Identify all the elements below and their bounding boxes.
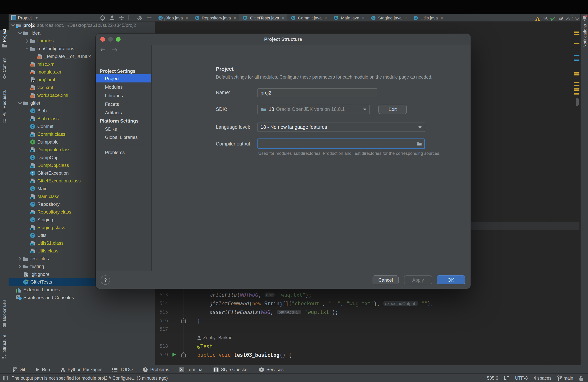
forward-arrow-icon[interactable] <box>112 48 117 52</box>
sidebar-item-commit[interactable]: Commit <box>0 58 9 79</box>
locate-icon[interactable] <box>100 15 105 21</box>
chevron-down-icon[interactable] <box>10 24 16 26</box>
chevron-down-icon[interactable] <box>17 102 22 104</box>
nav-item-facets[interactable]: Facets <box>96 100 151 108</box>
nav-item-global-libraries[interactable]: Global Libraries <box>96 133 151 141</box>
code-line-514[interactable]: gitletCommand(new String[]{"checkout", "… <box>185 299 433 308</box>
cancel-button[interactable]: Cancel <box>373 276 399 284</box>
status-indent-size[interactable]: 4 spaces <box>534 376 551 381</box>
compiler-output-field[interactable] <box>257 138 425 149</box>
status-git-branch[interactable]: main <box>557 375 573 381</box>
chevron-down-icon[interactable] <box>35 17 38 19</box>
close-icon[interactable]: × <box>186 15 188 20</box>
edit-sdk-button[interactable]: Edit <box>378 105 407 114</box>
code-line-513[interactable]: writeFile(NOTWUG, dst: "wug.txt"); <box>185 291 312 299</box>
run-gutter-icon[interactable] <box>172 352 176 357</box>
sidebar-item-bookmarks[interactable]: Bookmarks <box>0 299 9 328</box>
back-arrow-icon[interactable] <box>100 48 106 52</box>
nav-item-modules[interactable]: Modules <box>96 83 151 91</box>
sdk-combobox[interactable]: 18 Oracle OpenJDK version 18.0.1 <box>257 105 370 114</box>
tab-gitlettests-java[interactable]: CGitletTests.java× <box>239 14 287 21</box>
close-icon[interactable]: × <box>233 15 236 20</box>
stripe-mark[interactable] <box>574 72 579 74</box>
project-panel-title[interactable]: Project <box>18 15 32 20</box>
tree-item-proj2[interactable]: proj2sources root, ~/Desktop/cs61bl/su22… <box>9 21 156 29</box>
stripe-mark[interactable] <box>574 74 579 75</box>
nav-item-libraries[interactable]: Libraries <box>96 91 151 100</box>
tab-repository-java[interactable]: CRepository.java× <box>191 14 239 21</box>
stripe-mark[interactable] <box>574 93 579 95</box>
nav-item-sdks[interactable]: SDKs <box>96 125 151 133</box>
tab-main-java[interactable]: CMain.java× <box>330 14 368 21</box>
code-line-516[interactable]: } <box>185 316 200 325</box>
toolbar-item-style-checker[interactable]: Style Checker <box>214 367 249 372</box>
stripe-mark[interactable] <box>574 82 579 83</box>
tab-commit-java[interactable]: CCommit.java× <box>287 14 330 21</box>
close-icon[interactable]: × <box>325 15 327 20</box>
toolbar-item-run[interactable]: Run <box>35 367 50 372</box>
hide-panel-icon[interactable] <box>147 17 152 19</box>
nav-item-problems[interactable]: Problems <box>96 148 151 156</box>
language-level-combobox[interactable]: 18 - No new language features <box>257 123 425 132</box>
compiler-output-input[interactable] <box>260 140 413 148</box>
close-icon[interactable]: × <box>404 15 407 20</box>
code-line[interactable]: Zephyr Barkan <box>185 333 232 342</box>
sidebar-item-structure[interactable]: Structure <box>0 335 9 359</box>
author-annotation[interactable]: Zephyr Barkan <box>197 335 232 340</box>
nav-item-project[interactable]: Project <box>96 74 151 83</box>
stripe-mark[interactable] <box>574 60 579 61</box>
chevron-down-icon[interactable] <box>24 47 30 50</box>
sidebar-item-notifications[interactable]: Notifications <box>581 24 588 47</box>
close-icon[interactable]: × <box>282 15 284 20</box>
sidebar-item-pull-requests[interactable]: Pull Requests <box>0 90 9 124</box>
toolbar-item-git[interactable]: Git <box>12 367 25 372</box>
code-line-519[interactable]: public void test03_basicLog() { <box>185 350 292 359</box>
stripe-mark[interactable] <box>574 32 579 33</box>
browse-folder-icon[interactable] <box>417 141 422 146</box>
stripe-mark[interactable] <box>574 88 579 89</box>
collapse-all-icon[interactable] <box>119 15 124 20</box>
status-caret-position[interactable]: 505:6 <box>487 376 498 381</box>
chevron-right-icon[interactable] <box>17 265 22 268</box>
toolbar-item-terminal[interactable]: Terminal <box>179 367 204 372</box>
sidebar-item-project-folder[interactable] <box>0 43 9 48</box>
ok-button[interactable]: OK <box>437 276 465 284</box>
chevron-right-icon[interactable] <box>24 39 30 42</box>
stripe-mark[interactable] <box>574 89 579 91</box>
close-icon[interactable]: × <box>441 15 443 20</box>
status-lock-status[interactable] <box>579 376 583 381</box>
toolbar-item-services[interactable]: Services <box>259 367 284 372</box>
code-line-515[interactable]: assertFileEquals(WUG, pathActual: "wug.t… <box>185 308 338 316</box>
tree-item-scratches-and-consoles[interactable]: Scratches and Consoles <box>9 294 156 301</box>
toolbar-item-todo[interactable]: TODO <box>113 367 133 372</box>
status-line-separator[interactable]: LF <box>504 376 509 381</box>
project-name-field[interactable] <box>257 88 377 97</box>
prev-problem-chevron-up-icon[interactable] <box>566 18 570 20</box>
nav-item-artifacts[interactable]: Artifacts <box>96 108 151 117</box>
bell-notification-icon[interactable] <box>582 15 587 21</box>
apply-button[interactable]: Apply <box>404 276 432 284</box>
code-line-518[interactable]: @Test <box>185 342 212 350</box>
help-button[interactable]: ? <box>101 276 110 285</box>
tab-utils-java[interactable]: CUtils.java× <box>410 14 446 21</box>
expand-selection-icon[interactable] <box>110 15 115 20</box>
stripe-mark[interactable] <box>574 55 579 56</box>
chevron-down-icon[interactable] <box>17 32 22 34</box>
tab-staging-java[interactable]: CStaging.java× <box>368 14 410 21</box>
editor-scrollbar-thumb[interactable] <box>576 98 579 106</box>
inspections-widget[interactable]: 16 46 <box>535 16 579 21</box>
status-file-encoding[interactable]: UTF-8 <box>515 376 528 381</box>
status-message[interactable]: The output path is not specified for mod… <box>12 376 168 381</box>
toolbar-item-problems[interactable]: Problems <box>143 367 169 372</box>
dialog-titlebar[interactable]: Project Structure <box>96 34 471 45</box>
toolwindow-toggle-icon[interactable] <box>3 376 8 381</box>
sidebar-item-project[interactable]: Project <box>0 29 9 42</box>
next-problem-chevron-down-icon[interactable] <box>575 18 579 20</box>
stripe-mark[interactable] <box>574 43 579 44</box>
chevron-right-icon[interactable] <box>17 257 22 260</box>
settings-gear-icon[interactable] <box>137 15 142 21</box>
close-icon[interactable]: × <box>362 15 365 20</box>
toolbar-item-python-packages[interactable]: Python Packages <box>60 367 103 372</box>
stripe-mark[interactable] <box>574 34 579 35</box>
stripe-mark[interactable] <box>574 85 579 86</box>
